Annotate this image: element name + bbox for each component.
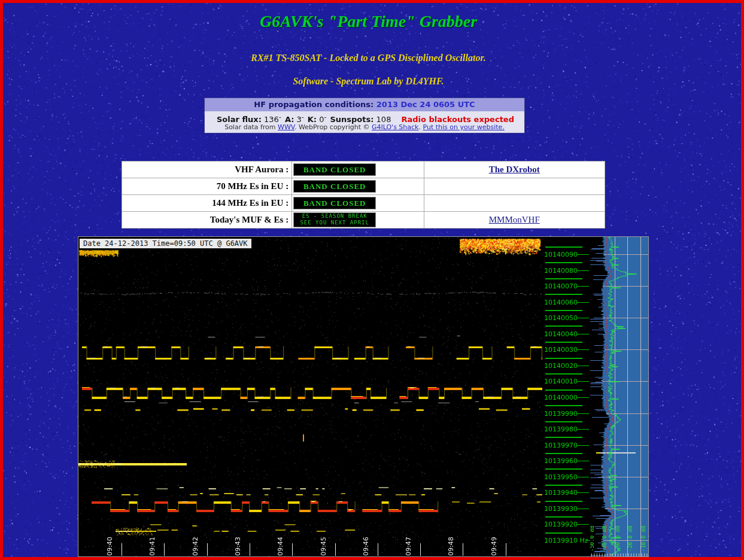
band-status-badge: BAND CLOSED [293,180,376,193]
spectrum-analyzer-panel [590,237,648,556]
time-tick-label: 09:45 [320,537,327,556]
frequency-minor-tick [545,373,582,375]
frequency-tick-dash [577,286,589,287]
page-title: G6AVK's "Part Time" Grabber [0,12,737,31]
time-tick-label: 09:40 [106,537,114,556]
frequency-tick-label: 10139940 [544,489,578,496]
frequency-minor-tick [545,389,582,391]
frequency-tick-dash [577,366,589,366]
band-label: VHF Aurora : [122,162,292,178]
credits-link-5[interactable]: Put this on your website. [423,123,504,131]
time-tick [292,543,293,556]
frequency-tick-dash [577,413,589,414]
band-label: Today's MUF & Es : [122,212,292,229]
frequency-tick-label: 10140040 [544,331,578,337]
time-tick [463,543,463,556]
external-link-cell: MMMonVHF [424,212,605,229]
propagation-header: HF propagation conditions: 2013 Dec 24 0… [205,98,524,111]
external-link-cell [424,195,605,212]
frequency-tick-dash [577,397,589,398]
band-label: 70 MHz Es in EU : [122,178,292,195]
frequency-tick-label: 10139920 [544,521,578,528]
frequency-minor-tick [545,485,582,486]
frequency-tick-label: 10139970 [544,442,578,449]
date-time-stamp: Date 24-12-2013 Time=09:50 UTC @ G6AVK [80,239,251,248]
band-status-cell: BAND CLOSED [292,178,424,195]
external-link[interactable]: The DXrobot [489,165,540,174]
frequency-tick-dash [577,509,589,509]
credits-text-2: . WebProp copyright © [294,123,372,131]
frequency-minor-tick [545,325,582,327]
time-tick [506,543,506,556]
frequency-tick-dash [577,445,589,446]
band-status-badge: ES - SEASON BREAKSEE YOU NEXT APRIL [293,212,376,227]
frequency-tick-dash [577,492,589,493]
frequency-tick-label: 10139950 [544,474,578,480]
frequency-tick-label: 10140070 [544,283,578,290]
time-tick [250,543,250,556]
frequency-minor-tick [545,421,582,422]
credits-text-0: Solar data from [224,123,278,131]
frequency-tick-dash [577,429,589,430]
frequency-minor-tick [545,246,582,248]
propagation-header-label: HF propagation conditions: [254,100,373,109]
frequency-tick-label: 10140090 [544,251,578,258]
band-status-badge: BAND CLOSED [293,163,376,176]
frequency-minor-tick [545,453,582,454]
frequency-tick-label: 10139980 [544,426,578,433]
time-tick [378,543,378,556]
band-status-badge: BAND CLOSED [293,197,376,209]
frequency-tick-dash [577,477,589,477]
frequency-tick-dash [577,254,589,255]
software-subtitle: Software - Spectrum Lab by DL4YHF. [0,76,737,87]
frequency-tick-dash [585,540,590,541]
frequency-tick-dash [577,381,589,382]
credits-link-3[interactable]: G4ILO's Shack [372,123,419,131]
time-tick [207,543,208,556]
table-row: Today's MUF & Es :ES - SEASON BREAKSEE Y… [122,212,605,229]
frequency-minor-tick [545,358,582,359]
frequency-tick-label: 10140030 [544,346,578,353]
time-tick-label: 09:48 [447,537,455,556]
time-tick-label: 09:47 [405,537,412,556]
credits-link-1[interactable]: WWV [278,123,294,131]
table-row: 70 MHz Es in EU :BAND CLOSED [122,178,605,195]
frequency-tick-dash [577,302,589,303]
frequency-tick-label: 10140020 [544,363,578,369]
frequency-tick-label: 10139930 [544,506,578,512]
band-label: 144 MHz Es in EU : [122,195,292,212]
frequency-scale: 1014009010140080101400701014006010140050… [542,237,590,556]
frequency-tick-label: 10140080 [544,267,578,274]
frequency-tick-dash [577,461,589,461]
frequency-minor-tick [545,310,582,311]
frequency-tick-label: 10139990 [544,410,578,417]
solar-trend-indicator: - [324,113,326,121]
time-tick-label: 09:49 [490,537,498,556]
external-link-cell: The DXrobot [424,162,605,178]
frequency-minor-tick [545,262,582,263]
external-link[interactable]: MMMonVHF [489,215,540,224]
band-status-cell: ES - SEASON BREAKSEE YOU NEXT APRIL [292,212,424,229]
frequency-tick-dash [577,270,589,271]
propagation-timestamp: 2013 Dec 24 0605 UTC [376,100,475,109]
table-row: 144 MHz Es in EU :BAND CLOSED [122,195,605,212]
frequency-minor-tick [545,532,582,534]
time-tick [420,543,421,556]
frequency-tick-dash [577,318,589,318]
external-link-cell [424,178,605,195]
frequency-tick-label: 10140010 [544,378,578,385]
band-status-table: VHF Aurora :BAND CLOSEDThe DXrobot70 MHz… [122,161,605,229]
time-tick-label: 09:46 [362,537,370,556]
time-tick-label: 09:41 [148,537,156,556]
propagation-credits-row: Solar data from WWV. WebProp copyright ©… [205,123,524,133]
solar-trend-indicator: - [302,113,304,121]
frequency-minor-tick [545,468,582,470]
frequency-minor-tick [545,294,582,295]
frequency-minor-tick [545,278,582,279]
time-tick [122,543,122,556]
solar-trend-indicator: - [279,113,281,121]
frequency-minor-tick [545,501,582,502]
frequency-tick-label: 10140060 [544,299,578,306]
frequency-minor-tick [545,437,582,438]
frequency-tick-dash [577,334,589,334]
